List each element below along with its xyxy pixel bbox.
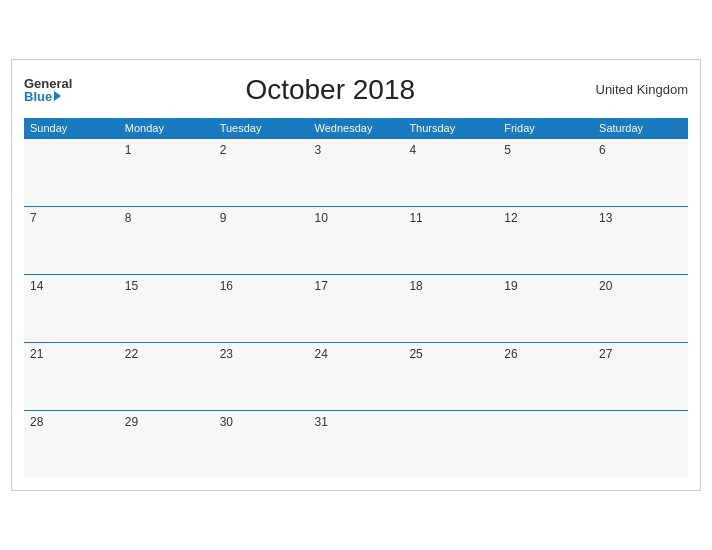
- calendar-cell: 5: [498, 138, 593, 206]
- day-number: 28: [30, 415, 43, 429]
- calendar-cell: 19: [498, 274, 593, 342]
- calendar-cell: 2: [214, 138, 309, 206]
- day-header-friday: Friday: [498, 118, 593, 139]
- day-number: 27: [599, 347, 612, 361]
- day-number: 22: [125, 347, 138, 361]
- calendar-cell: [403, 410, 498, 478]
- logo-area: General Blue: [24, 77, 72, 103]
- calendar-cell: 8: [119, 206, 214, 274]
- calendar-grid: SundayMondayTuesdayWednesdayThursdayFrid…: [24, 118, 688, 479]
- day-header-sunday: Sunday: [24, 118, 119, 139]
- logo-blue-text: Blue: [24, 90, 61, 103]
- calendar-week-2: 78910111213: [24, 206, 688, 274]
- day-header-wednesday: Wednesday: [309, 118, 404, 139]
- logo-triangle-icon: [54, 91, 61, 101]
- day-number: 30: [220, 415, 233, 429]
- day-number: 6: [599, 143, 606, 157]
- calendar-cell: 29: [119, 410, 214, 478]
- calendar-region: United Kingdom: [588, 82, 688, 97]
- calendar-cell: 31: [309, 410, 404, 478]
- calendar-cell: 15: [119, 274, 214, 342]
- day-number: 3: [315, 143, 322, 157]
- day-header-thursday: Thursday: [403, 118, 498, 139]
- day-header-tuesday: Tuesday: [214, 118, 309, 139]
- day-number: 14: [30, 279, 43, 293]
- calendar-cell: 18: [403, 274, 498, 342]
- calendar-week-5: 28293031: [24, 410, 688, 478]
- day-number: 15: [125, 279, 138, 293]
- calendar-cell: 22: [119, 342, 214, 410]
- day-number: 31: [315, 415, 328, 429]
- calendar-cell: 17: [309, 274, 404, 342]
- calendar-cell: 21: [24, 342, 119, 410]
- day-number: 26: [504, 347, 517, 361]
- calendar-cell: 12: [498, 206, 593, 274]
- calendar-cell: 28: [24, 410, 119, 478]
- calendar-cell: 16: [214, 274, 309, 342]
- day-number: 1: [125, 143, 132, 157]
- calendar-cell: 14: [24, 274, 119, 342]
- calendar-week-4: 21222324252627: [24, 342, 688, 410]
- calendar-cell: [24, 138, 119, 206]
- logo-general-text: General: [24, 77, 72, 90]
- day-number: 16: [220, 279, 233, 293]
- day-number: 25: [409, 347, 422, 361]
- calendar-cell: 25: [403, 342, 498, 410]
- day-number: 17: [315, 279, 328, 293]
- calendar-container: General Blue October 2018 United Kingdom…: [11, 59, 701, 492]
- day-number: 23: [220, 347, 233, 361]
- day-number: 19: [504, 279, 517, 293]
- calendar-header-row: SundayMondayTuesdayWednesdayThursdayFrid…: [24, 118, 688, 139]
- calendar-cell: 11: [403, 206, 498, 274]
- calendar-cell: 30: [214, 410, 309, 478]
- day-number: 18: [409, 279, 422, 293]
- day-number: 29: [125, 415, 138, 429]
- calendar-title: October 2018: [72, 74, 588, 106]
- calendar-cell: 9: [214, 206, 309, 274]
- calendar-cell: 27: [593, 342, 688, 410]
- calendar-week-1: 123456: [24, 138, 688, 206]
- day-number: 11: [409, 211, 422, 225]
- day-number: 2: [220, 143, 227, 157]
- calendar-cell: 24: [309, 342, 404, 410]
- calendar-cell: 3: [309, 138, 404, 206]
- calendar-cell: 13: [593, 206, 688, 274]
- day-number: 24: [315, 347, 328, 361]
- day-number: 20: [599, 279, 612, 293]
- day-number: 10: [315, 211, 328, 225]
- calendar-cell: 1: [119, 138, 214, 206]
- calendar-body: 1234567891011121314151617181920212223242…: [24, 138, 688, 478]
- calendar-cell: 7: [24, 206, 119, 274]
- day-number: 5: [504, 143, 511, 157]
- day-number: 8: [125, 211, 132, 225]
- day-number: 21: [30, 347, 43, 361]
- calendar-cell: [498, 410, 593, 478]
- calendar-header: General Blue October 2018 United Kingdom: [24, 70, 688, 110]
- calendar-cell: 10: [309, 206, 404, 274]
- calendar-cell: 6: [593, 138, 688, 206]
- day-number: 4: [409, 143, 416, 157]
- day-number: 13: [599, 211, 612, 225]
- calendar-cell: [593, 410, 688, 478]
- day-number: 12: [504, 211, 517, 225]
- days-of-week-row: SundayMondayTuesdayWednesdayThursdayFrid…: [24, 118, 688, 139]
- day-header-saturday: Saturday: [593, 118, 688, 139]
- day-number: 7: [30, 211, 37, 225]
- calendar-cell: 4: [403, 138, 498, 206]
- day-header-monday: Monday: [119, 118, 214, 139]
- calendar-cell: 26: [498, 342, 593, 410]
- day-number: 9: [220, 211, 227, 225]
- calendar-cell: 23: [214, 342, 309, 410]
- calendar-cell: 20: [593, 274, 688, 342]
- calendar-week-3: 14151617181920: [24, 274, 688, 342]
